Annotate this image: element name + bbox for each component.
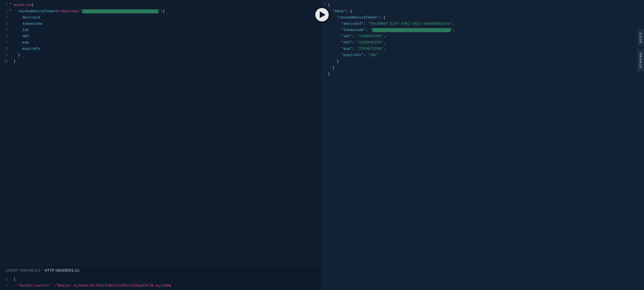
execute-button[interactable] xyxy=(314,7,330,23)
line-number: 6 xyxy=(0,33,9,39)
tab-schema[interactable]: SCHEMA xyxy=(637,49,644,71)
side-tabs: DOCS SCHEMA xyxy=(637,29,644,71)
variables-headers-panel: QUERY VARIABLES HTTP HEADERS (1) 12 { "A… xyxy=(0,265,322,290)
query-pane: 12345678910 mutation{ revokeDeviceToken(… xyxy=(0,0,322,290)
line-number: 1 xyxy=(0,2,9,8)
play-icon xyxy=(320,11,326,18)
fold-toggle-icon[interactable] xyxy=(10,3,12,5)
query-editor[interactable]: 12345678910 mutation{ revokeDeviceToken(… xyxy=(0,0,322,265)
line-number: 2 xyxy=(0,8,9,14)
line-number: 4 xyxy=(0,20,9,27)
graphql-playground: 12345678910 mutation{ revokeDeviceToken(… xyxy=(0,0,644,290)
line-number: 8 xyxy=(0,45,9,52)
fold-toggle-icon[interactable] xyxy=(10,9,12,11)
response-viewer[interactable]: { "data": { "revokeDeviceToken": { "devi… xyxy=(322,0,644,79)
headers-gutter: 12 xyxy=(0,275,9,289)
tab-docs[interactable]: DOCS xyxy=(637,29,644,46)
response-code: { "data": { "revokeDeviceToken": { "devi… xyxy=(328,2,455,77)
response-pane: { "data": { "revokeDeviceToken": { "devi… xyxy=(322,0,644,290)
bottom-tabs: QUERY VARIABLES HTTP HEADERS (1) xyxy=(0,266,322,275)
line-number: 5 xyxy=(0,27,9,33)
line-number: 10 xyxy=(0,58,9,64)
headers-editor[interactable]: 12 { "Authorization" :"Bearer eyJhbGciOi… xyxy=(0,275,322,290)
tab-http-headers[interactable]: HTTP HEADERS (1) xyxy=(45,269,80,273)
fold-toggle-icon[interactable] xyxy=(324,3,326,5)
svg-marker-0 xyxy=(320,11,326,18)
headers-code[interactable]: { "Authorization" :"Bearer eyJhbGciOiJFU… xyxy=(9,275,322,289)
tab-query-variables[interactable]: QUERY VARIABLES xyxy=(5,269,40,273)
line-number: 1 xyxy=(0,276,9,283)
line-number: 2 xyxy=(0,283,9,289)
query-code[interactable]: mutation{ revokeDeviceToken(tokencode:""… xyxy=(9,0,322,265)
line-number: 7 xyxy=(0,39,9,45)
line-gutter: 12345678910 xyxy=(0,0,9,265)
line-number: 9 xyxy=(0,52,9,58)
line-number: 3 xyxy=(0,14,9,20)
